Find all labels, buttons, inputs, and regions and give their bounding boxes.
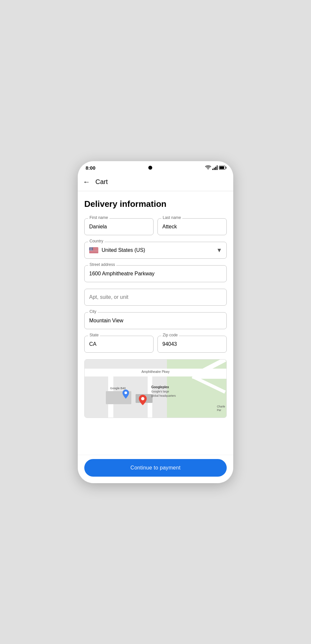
map-container[interactable]: Amphitheatre Pkwy Google B40 Googleplex … [84,359,227,418]
map-street-label: Amphitheatre Pkwy [141,370,170,374]
state-label: State [88,333,100,337]
svg-point-45 [90,249,90,249]
svg-point-60 [91,250,91,250]
svg-point-32 [90,248,90,249]
svg-point-30 [92,248,92,248]
svg-point-21 [91,247,91,248]
country-select[interactable]: United States (US) [84,242,227,259]
svg-point-35 [91,248,92,249]
svg-point-24 [92,247,92,248]
last-name-group: Last name [157,218,227,235]
status-icons [205,165,225,170]
top-navigation: ← Cart [78,173,233,191]
svg-point-58 [90,250,90,250]
city-label: City [88,309,98,314]
svg-point-54 [91,250,91,250]
svg-point-38 [90,249,90,249]
apt-input[interactable] [84,289,227,306]
bottom-bar: Continue to payment [78,455,233,483]
svg-point-59 [90,250,91,250]
state-input[interactable] [84,336,154,353]
first-name-group: First name [84,218,154,235]
svg-point-70 [141,397,144,400]
map-pin-blue [123,390,129,400]
svg-rect-0 [212,169,213,170]
svg-point-41 [91,249,91,249]
content-area: Delivery information First name Last nam… [78,191,233,455]
svg-point-62 [92,250,92,250]
street-address-label: Street address [88,262,116,267]
phone-frame: 8:00 ← Cart Delive [78,161,233,483]
country-group: Country [84,242,227,259]
svg-point-37 [92,248,92,249]
svg-point-23 [92,247,92,248]
status-bar: 8:00 [78,161,233,173]
svg-rect-14 [89,252,98,252]
svg-point-48 [91,249,92,249]
nav-title: Cart [95,178,108,186]
svg-rect-12 [89,251,98,251]
country-value: United States (US) [102,247,145,253]
back-arrow-icon: ← [83,178,90,186]
svg-point-63 [92,250,92,250]
svg-point-36 [92,248,92,249]
svg-point-52 [90,250,90,250]
name-row: First name Last name [84,218,227,235]
wifi-icon [205,165,211,170]
status-time: 8:00 [86,165,95,171]
back-button[interactable]: ← [83,177,93,187]
map-pin-red [139,395,147,406]
svg-point-19 [90,247,90,248]
zip-label: Zip code [161,333,179,337]
apt-group [84,289,227,306]
city-input[interactable] [84,312,227,329]
street-address-group: Street address [84,265,227,282]
svg-rect-1 [214,168,215,170]
svg-point-31 [90,248,90,249]
svg-point-22 [91,247,92,248]
page-title: Delivery information [84,199,227,209]
svg-point-33 [90,248,91,249]
svg-point-46 [90,249,91,249]
svg-point-57 [90,250,90,250]
first-name-label: First name [88,215,109,220]
svg-point-56 [92,250,92,250]
svg-rect-16 [89,253,98,253]
continue-to-payment-button[interactable]: Continue to payment [84,459,227,477]
svg-point-42 [91,249,92,249]
battery-icon [219,166,225,170]
svg-point-69 [124,391,127,394]
svg-point-55 [91,250,92,250]
zip-input[interactable] [157,336,227,353]
svg-point-43 [92,249,92,249]
svg-rect-13 [89,251,98,252]
svg-point-26 [90,248,90,248]
svg-point-51 [90,250,90,250]
first-name-input[interactable] [84,218,154,235]
svg-point-28 [91,248,91,248]
map-background: Amphitheatre Pkwy Google B40 Googleplex … [85,360,226,418]
svg-point-44 [90,249,90,249]
us-flag-icon [89,247,98,253]
svg-point-25 [90,248,90,248]
svg-point-27 [90,248,91,248]
svg-point-49 [92,249,92,249]
svg-point-34 [91,248,91,249]
signal-icon [212,165,218,170]
last-name-input[interactable] [157,218,227,235]
map-charle-label: CharlePar [217,405,225,412]
svg-point-18 [90,247,90,248]
svg-point-40 [90,249,91,249]
svg-rect-3 [217,165,218,170]
svg-point-39 [90,249,90,249]
state-group: State [84,336,154,353]
googleplex-label: Googleplex Google's largeglobal headquar… [151,385,176,398]
state-zip-row: State Zip code [84,336,227,353]
svg-point-50 [92,249,92,249]
street-address-input[interactable] [84,265,227,282]
svg-point-53 [90,250,91,250]
country-label: Country [88,239,105,243]
svg-point-20 [90,247,91,248]
camera-dot [148,166,152,170]
city-group: City [84,312,227,329]
